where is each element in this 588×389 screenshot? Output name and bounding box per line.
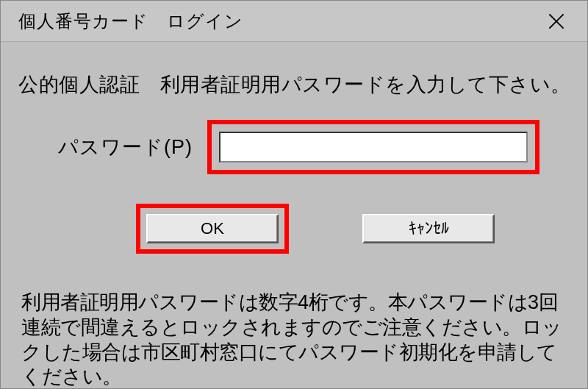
close-icon: [548, 13, 564, 29]
instruction-text: 公的個人認証 利用者証明用パスワードを入力して下さい。: [18, 71, 570, 98]
cancel-wrapper: ｷｬﾝｾﾙ: [362, 204, 495, 254]
password-label: パスワード(P): [58, 134, 193, 160]
button-row: OK ｷｬﾝｾﾙ: [18, 204, 570, 254]
note-text: 利用者証明用パスワードは数字4桁です。本パスワードは3回連続で間違えるとロックさ…: [18, 290, 570, 389]
dialog-body: 公的個人認証 利用者証明用パスワードを入力して下さい。 パスワード(P) OK …: [1, 42, 587, 389]
password-row: パスワード(P): [18, 120, 570, 174]
cancel-button[interactable]: ｷｬﾝｾﾙ: [362, 214, 495, 243]
ok-button[interactable]: OK: [146, 214, 279, 243]
ok-highlight-box: OK: [136, 204, 289, 254]
dialog-title: 個人番号カード ログイン: [18, 10, 243, 33]
password-input[interactable]: [219, 132, 528, 163]
close-button[interactable]: [539, 4, 574, 39]
password-highlight-box: [207, 120, 539, 174]
titlebar: 個人番号カード ログイン: [1, 1, 587, 42]
